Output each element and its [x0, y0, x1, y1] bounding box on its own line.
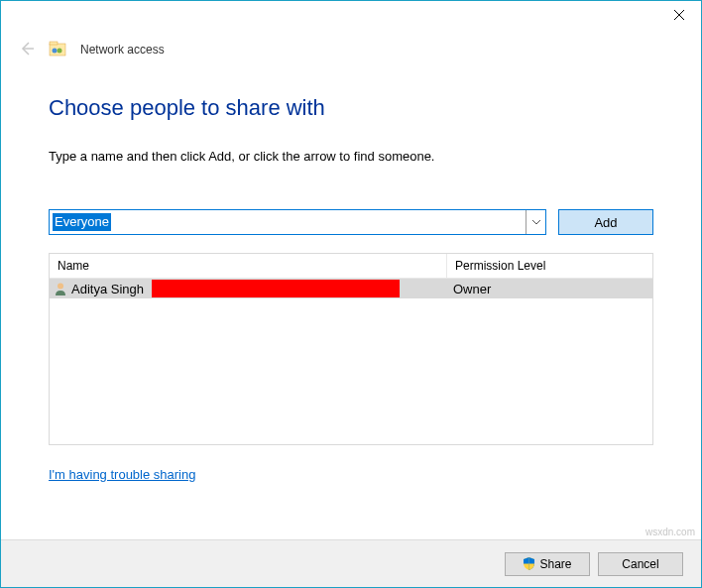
- network-access-icon: [49, 41, 66, 59]
- shield-icon: [523, 557, 535, 570]
- cell-name: Aditya Singh: [50, 280, 447, 297]
- add-button[interactable]: Add: [558, 209, 653, 235]
- titlebar: [1, 1, 701, 33]
- cell-permission: Owner: [447, 282, 652, 296]
- share-button[interactable]: Share: [505, 552, 590, 576]
- content-area: Choose people to share with Type a name …: [1, 59, 701, 482]
- page-subtext: Type a name and then click Add, or click…: [49, 149, 653, 164]
- header-title: Network access: [80, 43, 165, 57]
- close-icon: [674, 10, 684, 20]
- back-arrow-icon: [19, 41, 35, 57]
- back-button[interactable]: [19, 39, 35, 59]
- header-row: Network access: [1, 33, 701, 59]
- watermark: wsxdn.com: [645, 527, 695, 537]
- user-combobox[interactable]: Everyone: [49, 209, 546, 235]
- permissions-table: Name Permission Level Aditya Singh Owner: [49, 253, 653, 445]
- user-input-selection: Everyone: [53, 213, 111, 231]
- svg-point-6: [58, 48, 62, 53]
- table-header: Name Permission Level: [50, 254, 652, 279]
- footer: Share Cancel: [1, 539, 701, 587]
- user-icon: [54, 282, 67, 295]
- combobox-dropdown-button[interactable]: [526, 210, 545, 234]
- cancel-button-label: Cancel: [622, 557, 658, 571]
- redacted-block: [152, 280, 400, 297]
- svg-rect-4: [50, 42, 58, 45]
- user-input[interactable]: Everyone: [50, 210, 526, 234]
- user-name: Aditya Singh: [71, 282, 144, 296]
- svg-point-5: [53, 48, 58, 53]
- share-button-label: Share: [539, 557, 571, 571]
- page-heading: Choose people to share with: [49, 95, 653, 121]
- column-header-name[interactable]: Name: [50, 254, 447, 278]
- svg-point-7: [58, 284, 63, 290]
- chevron-down-icon: [532, 220, 540, 225]
- column-header-permission[interactable]: Permission Level: [447, 254, 652, 278]
- help-link[interactable]: I'm having trouble sharing: [49, 467, 195, 482]
- add-user-row: Everyone Add: [49, 209, 653, 235]
- cancel-button[interactable]: Cancel: [598, 552, 683, 576]
- table-row[interactable]: Aditya Singh Owner: [50, 279, 652, 298]
- close-button[interactable]: [656, 1, 701, 29]
